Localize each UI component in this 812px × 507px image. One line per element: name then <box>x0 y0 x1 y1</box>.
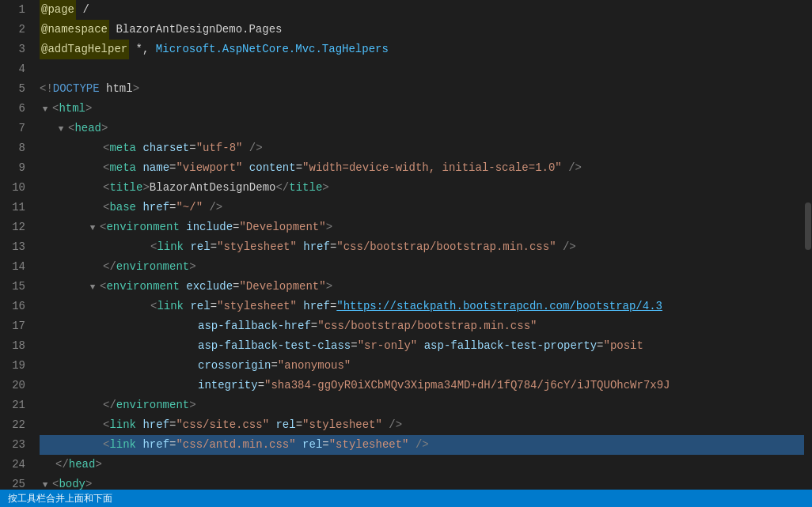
ln-22: 22 <box>0 415 25 435</box>
code-line-11: <base href="~/" /> <box>40 198 812 218</box>
code-line-17: asp-fallback-href="css/bootstrap/bootstr… <box>40 316 812 336</box>
ln-23: 23 <box>0 435 25 455</box>
ln-4: 4 <box>0 59 25 79</box>
ln-16: 16 <box>0 297 25 316</box>
ln-10: 10 <box>0 178 25 198</box>
code-line-21: </environment> <box>40 395 812 415</box>
ln-3: 3 <box>0 40 25 59</box>
code-line-9: <meta name="viewport" content="width=dev… <box>40 158 812 178</box>
ln-13: 13 <box>0 237 25 257</box>
fold-icon-body[interactable]: ▼ <box>40 479 51 490</box>
code-line-14: </environment> <box>40 257 812 277</box>
directive-namespace: @namespace <box>40 20 109 40</box>
code-line-20: integrity="sha384-ggOyR0iXCbMQv3Xipma34M… <box>40 376 812 395</box>
ln-8: 8 <box>0 138 25 158</box>
ln-20: 20 <box>0 376 25 395</box>
code-line-22: <link href="css/site.css" rel="styleshee… <box>40 415 812 435</box>
code-line-24: </head> <box>40 455 812 475</box>
ln-12: 12 <box>0 218 25 237</box>
directive-addtaghelper: @addTagHelper <box>40 40 129 59</box>
code-line-12: ▼ <environment include="Development" > <box>40 218 812 237</box>
ln-5: 5 <box>0 79 25 99</box>
code-line-8: <meta charset="utf-8" /> <box>40 138 812 158</box>
ln-18: 18 <box>0 336 25 356</box>
line-numbers: 1 2 3 4 5 6 7 8 9 10 11 12 13 14 15 16 1… <box>0 0 32 507</box>
ln-2: 2 <box>0 20 25 40</box>
code-line-15: ▼ <environment exclude="Development" > <box>40 277 812 297</box>
ln-11: 11 <box>0 198 25 218</box>
code-line-23: <link href="css/antd.min.css" rel="style… <box>40 435 812 455</box>
code-line-18: asp-fallback-test-class="sr-only" asp-fa… <box>40 336 812 356</box>
code-line-2: @namespace BlazorAntDesignDemo.Pages <box>40 20 812 40</box>
status-bar: 按工具栏合并上面和下面 <box>0 490 812 507</box>
fold-icon-env-dev[interactable]: ▼ <box>87 222 98 233</box>
code-line-13: <link rel="stylesheet" href="css/bootstr… <box>40 237 812 257</box>
code-line-19: crossorigin="anonymous" <box>40 356 812 376</box>
ln-7: 7 <box>0 119 25 138</box>
scrollbar-thumb[interactable] <box>805 202 811 250</box>
ln-21: 21 <box>0 395 25 415</box>
code-line-16: <link rel="stylesheet" href="https://sta… <box>40 297 812 316</box>
code-line-4 <box>40 59 812 79</box>
vertical-scrollbar[interactable] <box>804 0 812 507</box>
editor-container: 1 2 3 4 5 6 7 8 9 10 11 12 13 14 15 16 1… <box>0 0 812 507</box>
status-text: 按工具栏合并上面和下面 <box>8 492 112 505</box>
code-line-10: <title> BlazorAntDesignDemo </title> <box>40 178 812 198</box>
directive-page: @page <box>40 0 76 20</box>
code-area: @page / @namespace BlazorAntDesignDemo.P… <box>32 0 812 507</box>
code-line-5: <!DOCTYPE html> <box>40 79 812 99</box>
ln-9: 9 <box>0 158 25 178</box>
code-line-3: @addTagHelper *, Microsoft.AspNetCore.Mv… <box>40 40 812 59</box>
ln-6: 6 <box>0 99 25 119</box>
fold-icon-html[interactable]: ▼ <box>40 104 51 115</box>
ln-24: 24 <box>0 455 25 475</box>
code-line-6: ▼ <html> <box>40 99 812 119</box>
fold-icon-env-excl[interactable]: ▼ <box>87 282 98 293</box>
ln-15: 15 <box>0 277 25 297</box>
code-line-7: ▼ <head> <box>40 119 812 138</box>
fold-icon-head[interactable]: ▼ <box>55 123 66 134</box>
ln-17: 17 <box>0 316 25 336</box>
ln-19: 19 <box>0 356 25 376</box>
ln-14: 14 <box>0 257 25 277</box>
ln-1: 1 <box>0 0 25 20</box>
code-line-1: @page / <box>40 0 812 20</box>
